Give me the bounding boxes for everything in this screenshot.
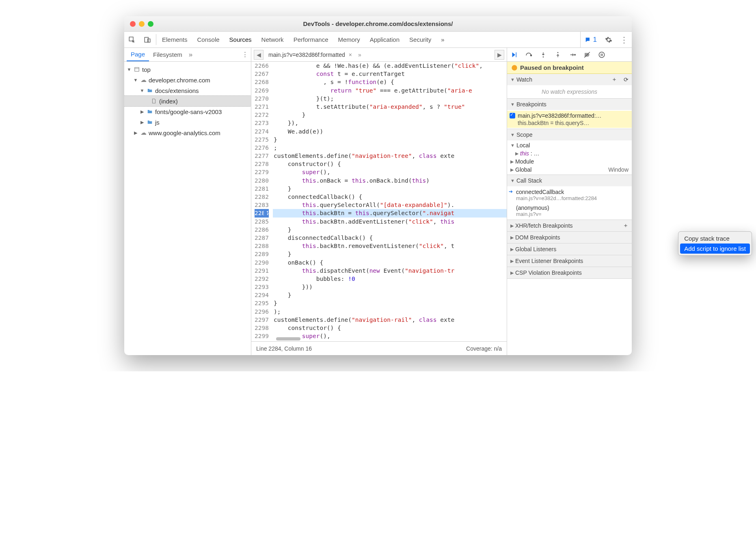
scope-section-header[interactable]: ▼Scope [507,129,632,140]
tabs-overflow-icon[interactable]: » [436,32,449,47]
tree-folder-docs[interactable]: ▼docs/extensions [124,85,251,96]
file-tab-name: main.js?v=e382d86f:formatted [268,52,345,58]
svg-rect-5 [516,52,517,57]
tree-file-index[interactable]: (index) [124,96,251,106]
tab-memory[interactable]: Memory [333,32,365,47]
file-nav-back-icon[interactable]: ◀ [254,50,264,60]
subtabs-overflow-icon[interactable]: » [186,48,195,61]
scope-global[interactable]: ▶GlobalWindow [507,166,632,174]
file-tab[interactable]: main.js?v=e382d86f:formatted × [267,52,355,58]
svg-rect-3 [135,67,139,71]
scope-module[interactable]: ▶Module [507,157,632,166]
subtab-filesystem[interactable]: Filesystem [149,48,186,61]
window-title: DevTools - developer.chrome.com/docs/ext… [124,20,632,27]
scope-local[interactable]: ▼Local [507,141,632,149]
main-tabs: Elements Console Sources Network Perform… [124,32,632,48]
tab-performance[interactable]: Performance [289,32,333,47]
file-tree-more-icon[interactable]: ⋮ [239,48,251,61]
breakpoints-section-header[interactable]: ▼Breakpoints [507,99,632,110]
tree-folder-js[interactable]: ▶js [124,117,251,127]
event-listener-bp-section-header[interactable]: ▶Event Listener Breakpoints [507,255,632,267]
titlebar: DevTools - developer.chrome.com/docs/ext… [124,16,632,32]
callstack-section-header[interactable]: ▼Call Stack [507,175,632,186]
tree-host-ga[interactable]: ▶☁www.google-analytics.com [124,127,251,138]
breakpoint-item[interactable]: main.js?v=e382d86f:formatted:… this.back… [507,111,632,128]
svg-point-11 [599,52,605,58]
svg-point-6 [531,55,532,56]
step-out-icon[interactable] [553,50,562,59]
tab-security[interactable]: Security [404,32,436,47]
step-over-icon[interactable] [524,50,533,59]
file-tabs-overflow-icon[interactable]: » [358,52,361,58]
tab-application[interactable]: Application [365,32,404,47]
scope-this[interactable]: ▶this: … [507,149,632,157]
tab-console[interactable]: Console [192,32,225,47]
add-xhr-bp-icon[interactable]: ＋ [623,222,629,229]
refresh-watch-icon[interactable]: ⟳ [624,76,629,83]
file-tree: ▼top ▼☁developer.chrome.com ▼docs/extens… [124,62,251,355]
pause-exceptions-icon[interactable] [597,50,606,59]
tree-host[interactable]: ▼☁developer.chrome.com [124,75,251,85]
resume-icon[interactable] [510,50,518,59]
subtab-page[interactable]: Page [127,48,149,61]
xhr-section-header[interactable]: ▶XHR/fetch Breakpoints＋ [507,220,632,231]
add-watch-icon[interactable]: ＋ [611,76,617,83]
settings-icon[interactable] [601,32,616,47]
callstack-frame[interactable]: (anonymous) main.js?v= [507,203,632,219]
global-listeners-section-header[interactable]: ▶Global Listeners [507,243,632,255]
svg-rect-12 [601,54,602,56]
tab-sources[interactable]: Sources [225,32,257,47]
cursor-position: Line 2284, Column 16 [256,345,312,352]
coverage-status: Coverage: n/a [466,345,502,352]
tree-frame-top[interactable]: ▼top [124,64,251,75]
tree-folder-fonts[interactable]: ▶fonts/google-sans-v2003 [124,106,251,117]
inspect-element-icon[interactable] [124,32,140,47]
issues-count: 1 [593,36,597,44]
close-file-tab-icon[interactable]: × [348,52,353,58]
watch-empty-text: No watch expressions [507,86,632,97]
issues-button[interactable]: 1 [580,32,601,47]
svg-point-8 [557,52,559,53]
step-icon[interactable] [568,50,577,59]
debugger-toolbar [507,48,632,62]
step-into-icon[interactable] [539,50,548,59]
deactivate-breakpoints-icon[interactable] [583,50,592,59]
device-toolbar-icon[interactable] [140,32,155,47]
code-editor[interactable]: 2266226722682269227022712272227322742275… [251,62,507,341]
breakpoint-checkbox[interactable] [510,113,515,119]
horizontal-scrollbar[interactable] [276,337,300,340]
svg-rect-13 [602,54,603,56]
svg-point-7 [543,56,544,58]
tab-network[interactable]: Network [257,32,289,47]
svg-point-9 [575,54,576,55]
tab-elements[interactable]: Elements [157,32,192,47]
file-nav-fwd-icon[interactable]: ▶ [495,50,504,60]
callstack-frame[interactable]: connectedCallback main.js?v=e382d…format… [507,187,632,203]
more-icon[interactable]: ⋮ [616,32,632,47]
dom-bp-section-header[interactable]: ▶DOM Breakpoints [507,232,632,243]
csp-bp-section-header[interactable]: ▶CSP Violation Breakpoints [507,267,632,278]
watch-section-header[interactable]: ▼Watch＋ ⟳ [507,74,632,85]
svg-point-14 [512,65,517,70]
paused-banner: Paused on breakpoint [507,62,632,74]
